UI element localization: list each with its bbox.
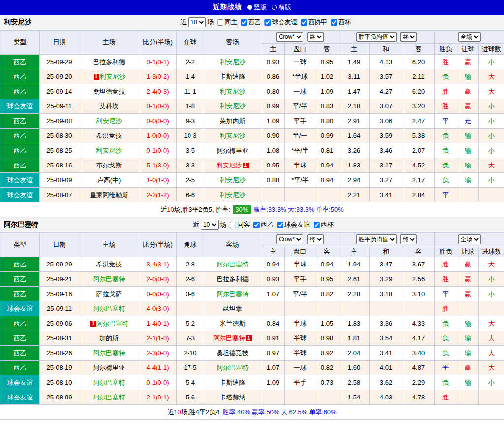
asia-home-odds-cell: 1.07 bbox=[261, 287, 285, 301]
away-team-cell[interactable]: 昆坦拿 bbox=[204, 301, 261, 316]
home-team-cell[interactable]: 1利安尼沙 bbox=[79, 69, 139, 84]
league-checkbox-西协甲[interactable]: 西协甲 bbox=[301, 18, 327, 27]
match-date-cell: 25-08-25 bbox=[40, 143, 79, 158]
league-checkbox-球会友谊[interactable]: 球会友谊 bbox=[277, 220, 310, 229]
home-team-cell[interactable]: 加的斯 bbox=[79, 331, 139, 346]
home-team-cell[interactable]: 利安尼沙 bbox=[79, 143, 139, 158]
home-team-cell[interactable]: 布尔戈斯 bbox=[79, 158, 139, 173]
away-team-cell[interactable]: 阿尔巴塞特 bbox=[204, 361, 261, 375]
checkbox-input[interactable] bbox=[331, 19, 337, 26]
league-checkbox-球会友谊[interactable]: 球会友谊 bbox=[264, 18, 297, 27]
euro-final-select[interactable]: 终 bbox=[400, 234, 417, 244]
away-team-cell[interactable]: 阿尔巴塞特1 bbox=[204, 331, 261, 346]
score-cell[interactable]: 0-0(0-0) bbox=[139, 287, 177, 301]
layout-radio-竖版[interactable]: 竖版 bbox=[247, 3, 267, 12]
score-cell[interactable]: 4-4(1-1) bbox=[139, 361, 177, 375]
checkbox-input[interactable] bbox=[253, 222, 260, 228]
home-team-cell[interactable]: 阿尔巴塞特 bbox=[79, 375, 139, 390]
away-team-cell[interactable]: 卡斯迪隆 bbox=[204, 69, 261, 84]
checkbox-input[interactable] bbox=[264, 19, 271, 26]
scope-select[interactable]: 全场 bbox=[458, 32, 481, 42]
score-cell[interactable]: 2-1(0-1) bbox=[139, 390, 177, 405]
euro-mean-select[interactable]: 胜平负均值 bbox=[356, 32, 397, 42]
odds-company-select[interactable]: Crow* bbox=[276, 32, 303, 42]
team-name-text: 卡斯迪隆 bbox=[220, 73, 246, 80]
home-team-cell[interactable]: 桑坦德竞技 bbox=[79, 84, 139, 99]
home-team-cell[interactable]: 阿尔梅里亚 bbox=[79, 361, 139, 375]
score-cell[interactable]: 2-1(1-0) bbox=[139, 331, 177, 346]
home-team-cell[interactable]: 阿尔巴塞特 bbox=[79, 346, 139, 361]
same-venue-filter[interactable]: 同主 bbox=[217, 18, 237, 27]
score-cell[interactable]: 0-1(0-0) bbox=[139, 375, 177, 390]
euro-final-select[interactable]: 终 bbox=[400, 32, 417, 42]
euro-mean-select[interactable]: 胜平负均值 bbox=[356, 234, 397, 244]
score-cell[interactable]: 2-2(1-2) bbox=[139, 188, 177, 202]
home-team-cell[interactable]: 阿尔巴塞特 bbox=[79, 301, 139, 316]
score-cell[interactable]: 0-1(0-0) bbox=[139, 99, 177, 114]
score-cell[interactable]: 2-3(0-0) bbox=[139, 346, 177, 361]
same-venue-checkbox[interactable] bbox=[217, 19, 223, 26]
home-team-cell[interactable]: 卢高(中) bbox=[79, 173, 139, 188]
team-name-text: 阿尔巴塞特 bbox=[213, 334, 245, 342]
away-team-cell[interactable]: 莱加内斯 bbox=[204, 114, 261, 129]
score-cell[interactable]: 2-4(0-3) bbox=[139, 84, 177, 99]
away-team-cell[interactable]: 利安尼沙 bbox=[204, 84, 261, 99]
score-cell[interactable]: 2-0(0-0) bbox=[139, 272, 177, 287]
away-team-cell[interactable]: 利安尼沙 bbox=[204, 129, 261, 143]
league-checkbox-西杯[interactable]: 西杯 bbox=[314, 220, 334, 229]
away-team-cell[interactable]: 利安尼沙 bbox=[204, 188, 261, 202]
away-team-cell[interactable]: 利安尼沙 bbox=[204, 99, 261, 114]
home-team-cell[interactable]: 阿尔巴塞特 bbox=[79, 390, 139, 405]
odds-company-select[interactable]: Crow* bbox=[276, 234, 303, 244]
match-row: 球会友谊25-08-09阿尔巴塞特2-1(0-1)5-6卡塔赫纳1.544.03… bbox=[0, 390, 504, 405]
score-cell[interactable]: 5-1(3-0) bbox=[139, 158, 177, 173]
recent-count-select[interactable]: 10 bbox=[188, 17, 206, 27]
winloss-cell: 负 bbox=[435, 143, 457, 158]
home-team-cell[interactable]: 皇家阿维勒斯 bbox=[79, 188, 139, 202]
checkbox-input[interactable] bbox=[301, 19, 307, 26]
asia-final-select[interactable]: 终 bbox=[307, 32, 324, 42]
away-team-cell[interactable]: 阿尔巴塞特 bbox=[204, 287, 261, 301]
league-checkbox-西杯[interactable]: 西杯 bbox=[331, 18, 351, 27]
score-cell[interactable]: 4-0(3-0) bbox=[139, 301, 177, 316]
home-team-cell[interactable]: 巴拉多利德 bbox=[79, 55, 139, 69]
home-team-cell[interactable]: 希洪竞技 bbox=[79, 129, 139, 143]
league-checkbox-西乙[interactable]: 西乙 bbox=[253, 220, 274, 229]
home-team-cell[interactable]: 萨拉戈萨 bbox=[79, 287, 139, 301]
away-team-cell[interactable]: 利安尼沙 bbox=[204, 55, 261, 69]
home-team-cell[interactable]: 阿尔巴塞特 bbox=[79, 272, 139, 287]
away-team-cell[interactable]: 阿尔巴塞特 bbox=[204, 257, 261, 272]
score-cell[interactable]: 0-0(0-0) bbox=[139, 114, 177, 129]
home-team-cell[interactable]: 希洪竞技 bbox=[79, 257, 139, 272]
checkbox-input[interactable] bbox=[314, 222, 320, 228]
euro-away-odds-cell: 4.17 bbox=[403, 331, 435, 346]
match-date-cell: 25-08-30 bbox=[40, 129, 79, 143]
score-cell[interactable]: 1-4(0-1) bbox=[139, 316, 177, 331]
score-cell[interactable]: 1-3(0-2) bbox=[139, 69, 177, 84]
score-cell[interactable]: 0-1(0-0) bbox=[139, 143, 177, 158]
score-cell[interactable]: 0-1(0-1) bbox=[139, 55, 177, 69]
away-team-cell[interactable]: 阿尔梅里亚 bbox=[204, 143, 261, 158]
asia-final-select[interactable]: 终 bbox=[307, 234, 324, 244]
checkbox-input[interactable] bbox=[277, 222, 284, 228]
away-team-cell[interactable]: 桑坦德竞技 bbox=[204, 346, 261, 361]
same-venue-checkbox[interactable] bbox=[230, 222, 236, 228]
recent-count-select[interactable]: 10 bbox=[201, 220, 219, 230]
away-team-cell[interactable]: 卡斯迪隆 bbox=[204, 375, 261, 390]
score-cell[interactable]: 3-4(3-1) bbox=[139, 257, 177, 272]
score-cell[interactable]: 1-0(0-0) bbox=[139, 129, 177, 143]
home-team-cell[interactable]: 1阿尔巴塞特 bbox=[79, 316, 139, 331]
league-checkbox-西乙[interactable]: 西乙 bbox=[241, 18, 261, 27]
layout-radio-横版[interactable]: 横版 bbox=[272, 3, 291, 12]
away-team-cell[interactable]: 利安尼沙1 bbox=[204, 158, 261, 173]
away-team-cell[interactable]: 利安尼沙 bbox=[204, 173, 261, 188]
home-team-cell[interactable]: 艾科坎 bbox=[79, 99, 139, 114]
home-team-cell[interactable]: 利安尼沙 bbox=[79, 114, 139, 129]
score-cell[interactable]: 1-0(1-0) bbox=[139, 173, 177, 188]
checkbox-input[interactable] bbox=[241, 19, 247, 26]
away-team-cell[interactable]: 米兰德斯 bbox=[204, 316, 261, 331]
away-team-cell[interactable]: 巴拉多利德 bbox=[204, 272, 261, 287]
same-venue-filter[interactable]: 同客 bbox=[230, 220, 250, 229]
scope-select[interactable]: 全场 bbox=[458, 234, 481, 244]
away-team-cell[interactable]: 卡塔赫纳 bbox=[204, 390, 261, 405]
